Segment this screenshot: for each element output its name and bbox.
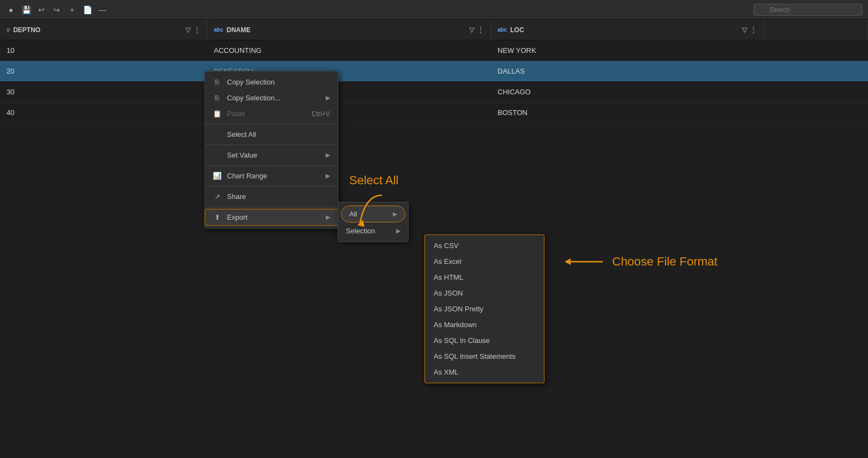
filter-icon-deptno[interactable]: ▽	[185, 26, 190, 34]
cell-loc-4: BOSTON	[491, 109, 764, 117]
format-csv[interactable]: As CSV	[425, 238, 544, 254]
context-menu: ⎘ Copy Selection ⎘ Copy Selection... ▶ 📋…	[205, 71, 338, 228]
cell-loc-3: CHICAGO	[491, 88, 764, 96]
format-label-excel: As Excel	[434, 257, 462, 266]
share-icon: ↗	[213, 192, 222, 201]
menu-item-copy-selection-sub[interactable]: ⎘ Copy Selection... ▶	[205, 90, 338, 106]
export-icon: ⬆	[213, 213, 222, 221]
toolbar-icon-save[interactable]: 💾	[21, 4, 32, 15]
menu-item-select-all[interactable]: Select All	[205, 126, 338, 142]
menu-label-select-all: Select All	[227, 130, 256, 138]
more-icon-loc[interactable]: ⋮	[750, 26, 757, 34]
format-html[interactable]: As HTML	[425, 269, 544, 285]
table-row[interactable]: 40 BOSTON	[0, 103, 868, 123]
menu-label-set-value: Set Value	[227, 151, 257, 159]
choose-format-arrow-svg	[562, 254, 606, 270]
search-wrapper: 🔍	[753, 4, 863, 16]
menu-item-share[interactable]: ↗ Share	[205, 189, 338, 204]
cell-deptno-1: 10	[0, 46, 207, 55]
table-row[interactable]: 30 CHICAGO	[0, 82, 868, 103]
format-sql-in[interactable]: As SQL In Clause	[425, 333, 544, 348]
data-table: # DEPTNO ▽ ⋮ abc DNAME ▽ ⋮ abc LOC ▽ ⋮	[0, 20, 868, 123]
format-label-xml: As XML	[434, 368, 459, 376]
menu-item-paste: 📋 Paste Ctrl+V	[205, 106, 338, 122]
toolbar-icon-file[interactable]: 📄	[82, 4, 93, 15]
arrow-icon-selection: ▶	[396, 227, 400, 234]
format-label-sql-insert: As SQL Insert Statements	[434, 352, 516, 360]
menu-label-share: Share	[227, 192, 246, 201]
menu-item-chart-range[interactable]: 📊 Chart Range ▶	[205, 168, 338, 184]
choose-format-annotation: Choose File Format	[562, 254, 717, 270]
toolbar-icon-redo[interactable]: ↪	[51, 4, 62, 15]
loc-type-icon: abc	[498, 27, 507, 33]
separator-5	[205, 207, 338, 207]
separator-3	[205, 165, 338, 166]
table-header: # DEPTNO ▽ ⋮ abc DNAME ▽ ⋮ abc LOC ▽ ⋮	[0, 20, 868, 40]
deptno-type-icon: #	[7, 27, 10, 33]
submenu-file-formats: As CSV As Excel As HTML As JSON As JSON …	[424, 234, 544, 383]
paste-shortcut: Ctrl+V	[312, 110, 330, 118]
more-icon-deptno[interactable]: ⋮	[194, 26, 200, 34]
table-row[interactable]: 10 ACCOUNTING NEW YORK	[0, 40, 868, 61]
submenu1-item-all[interactable]: All ▶	[342, 206, 405, 222]
format-json-pretty[interactable]: As JSON Pretty	[425, 301, 544, 317]
filter-icon-loc[interactable]: ▽	[742, 26, 747, 34]
chart-icon: 📊	[213, 172, 222, 180]
col-label-deptno: DEPTNO	[13, 26, 40, 34]
format-label-json: As JSON	[434, 289, 463, 297]
search-input[interactable]	[753, 4, 863, 16]
menu-label-copy-selection: Copy Selection	[227, 78, 274, 86]
paste-icon: 📋	[213, 110, 222, 118]
menu-label-copy-selection-sub: Copy Selection...	[227, 94, 280, 102]
format-json[interactable]: As JSON	[425, 285, 544, 301]
arrow-icon-all: ▶	[393, 210, 397, 218]
submenu1-item-selection[interactable]: Selection ▶	[338, 223, 408, 239]
submenu-export-options: All ▶ Selection ▶	[338, 202, 409, 242]
more-icon-dname[interactable]: ⋮	[477, 26, 484, 34]
col-header-loc: abc LOC ▽ ⋮	[491, 20, 764, 40]
toolbar-icon-dot[interactable]: ●	[5, 4, 16, 15]
dname-type-icon: abc	[214, 27, 223, 33]
col-label-loc: LOC	[510, 26, 524, 34]
arrow-icon-export: ▶	[326, 214, 330, 221]
separator-1	[205, 124, 338, 124]
format-label-sql-in: As SQL In Clause	[434, 336, 490, 345]
copy-sub-icon: ⎘	[213, 94, 222, 102]
copy-icon: ⎘	[213, 78, 222, 86]
arrow-icon-chart: ▶	[326, 172, 330, 179]
format-sql-insert[interactable]: As SQL Insert Statements	[425, 348, 544, 364]
format-label-json-pretty: As JSON Pretty	[434, 305, 483, 313]
select-all-annotation-label: Select All	[349, 173, 399, 188]
toolbar: ● 💾 ↩ ↪ + 📄 — 🔍	[0, 0, 868, 20]
svg-marker-2	[565, 258, 571, 265]
menu-item-copy-selection[interactable]: ⎘ Copy Selection	[205, 74, 338, 90]
format-label-markdown: As Markdown	[434, 321, 477, 329]
cell-loc-1: NEW YORK	[491, 46, 764, 55]
format-xml[interactable]: As XML	[425, 364, 544, 380]
menu-label-paste: Paste	[227, 110, 245, 118]
separator-2	[205, 144, 338, 145]
menu-label-chart-range: Chart Range	[227, 172, 267, 180]
menu-label-export: Export	[227, 213, 248, 221]
table-row[interactable]: 20 RESEARCH DALLAS	[0, 61, 868, 82]
col-header-deptno: # DEPTNO ▽ ⋮	[0, 20, 207, 40]
cell-deptno-4: 40	[0, 109, 207, 117]
col-header-dname: abc DNAME ▽ ⋮	[207, 20, 491, 40]
cell-loc-2: DALLAS	[491, 67, 764, 75]
cell-dname-1: ACCOUNTING	[207, 46, 491, 55]
format-markdown[interactable]: As Markdown	[425, 317, 544, 333]
separator-4	[205, 186, 338, 186]
toolbar-icon-undo[interactable]: ↩	[36, 4, 47, 15]
format-label-html: As HTML	[434, 273, 463, 281]
menu-item-set-value[interactable]: Set Value ▶	[205, 147, 338, 163]
cell-deptno-2: 20	[0, 67, 207, 75]
submenu1-label-selection: Selection	[346, 227, 375, 235]
submenu1-label-all: All	[349, 210, 357, 218]
format-excel[interactable]: As Excel	[425, 254, 544, 269]
menu-item-export[interactable]: ⬆ Export ▶	[205, 209, 338, 225]
toolbar-icon-minus[interactable]: —	[97, 4, 108, 15]
toolbar-icon-add[interactable]: +	[67, 4, 77, 15]
arrow-icon-copy-sub: ▶	[326, 94, 330, 101]
arrow-icon-set-value: ▶	[326, 152, 330, 159]
filter-icon-dname[interactable]: ▽	[469, 26, 474, 34]
